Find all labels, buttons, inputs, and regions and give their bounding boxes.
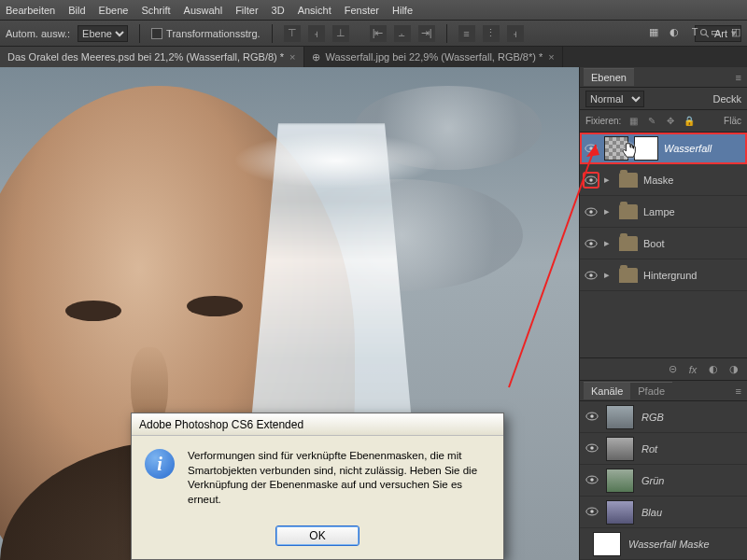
- align-right-icon[interactable]: ⇥|: [418, 25, 435, 42]
- document-tabs: Das Orakel des Meeres.psd bei 21,2% (Was…: [0, 47, 747, 67]
- folder-icon: [619, 204, 638, 219]
- document-tab-1[interactable]: Das Orakel des Meeres.psd bei 21,2% (Was…: [0, 47, 304, 67]
- folder-icon: [619, 173, 638, 188]
- svg-point-5: [589, 178, 593, 182]
- layer-boot[interactable]: ▸ Boot: [580, 228, 747, 259]
- fx-icon[interactable]: fx: [685, 362, 700, 377]
- svg-point-15: [590, 446, 594, 450]
- distribute2-icon[interactable]: ⋮: [483, 25, 500, 42]
- transform-controls-checkbox[interactable]: Transformationsstrg.: [151, 28, 260, 39]
- lock-all-icon[interactable]: 🔒: [683, 115, 696, 128]
- layer-list[interactable]: Wasserfall ▸ Maske ▸ Lampe ▸ Boot: [580, 133, 747, 357]
- menu-type[interactable]: Schrift: [141, 5, 170, 16]
- svg-point-11: [589, 273, 593, 277]
- paths-tab[interactable]: Pfade: [630, 382, 672, 399]
- lock-label: Fixieren:: [585, 116, 621, 126]
- info-icon: i: [145, 449, 175, 479]
- filter-smart-icon[interactable]: ◫: [728, 24, 743, 39]
- opacity-label: Deckk: [712, 93, 741, 105]
- filter-shape-icon[interactable]: ▭: [708, 24, 723, 39]
- align-bottom-icon[interactable]: ⊥: [332, 25, 349, 42]
- layer-maske[interactable]: ▸ Maske: [580, 164, 747, 196]
- layer-lampe[interactable]: ▸ Lampe: [580, 196, 747, 228]
- document-canvas[interactable]: Adobe Photoshop CS6 Extended i Verformun…: [0, 67, 579, 560]
- close-icon[interactable]: ×: [289, 51, 295, 63]
- menu-view[interactable]: Ansicht: [298, 5, 331, 16]
- visibility-icon[interactable]: [584, 268, 599, 283]
- menu-help[interactable]: Hilfe: [392, 5, 413, 16]
- panel-menu-icon[interactable]: ≡: [730, 72, 747, 83]
- channel-rgb[interactable]: RGB: [580, 401, 747, 433]
- channel-thumb: [606, 500, 634, 525]
- mask-icon[interactable]: ◐: [706, 362, 721, 377]
- layer-panel-buttons: ⊝ fx ◐ ◑: [580, 357, 747, 380]
- distribute3-icon[interactable]: ⫞: [507, 25, 524, 42]
- dialog-titlebar[interactable]: Adobe Photoshop CS6 Extended: [132, 413, 503, 436]
- lock-paint-icon[interactable]: ✎: [645, 115, 658, 128]
- channel-rot[interactable]: Rot: [580, 433, 747, 465]
- distribute-icon[interactable]: ≡: [458, 25, 475, 42]
- dialog-message: Verformungen sind für verknüpfte Ebenenm…: [188, 449, 490, 507]
- visibility-icon[interactable]: [585, 443, 599, 455]
- channel-blau[interactable]: Blau: [580, 497, 747, 528]
- menu-image[interactable]: Bild: [68, 5, 85, 16]
- visibility-icon[interactable]: [584, 141, 599, 156]
- lock-move-icon[interactable]: ✥: [664, 115, 677, 128]
- auto-select-dropdown[interactable]: Ebene: [78, 25, 128, 42]
- filter-type-icon[interactable]: T: [687, 24, 702, 39]
- channel-thumb: [606, 469, 634, 493]
- visibility-icon[interactable]: [585, 412, 599, 423]
- layer-hintergrund[interactable]: ▸ Hintergrund: [580, 259, 747, 291]
- svg-point-19: [590, 510, 594, 513]
- filter-adjust-icon[interactable]: ◐: [667, 24, 682, 39]
- menu-filter[interactable]: Filter: [235, 5, 258, 16]
- svg-point-3: [589, 147, 593, 150]
- lock-trans-icon[interactable]: ▦: [627, 115, 640, 128]
- document-tab-2[interactable]: ⊕ Wasserfall.jpg bei 22,9% (Wasserfall, …: [304, 47, 563, 67]
- visibility-icon[interactable]: [585, 507, 599, 518]
- visibility-icon[interactable]: [584, 204, 599, 219]
- channel-gruen[interactable]: Grün: [580, 465, 747, 497]
- menu-3d[interactable]: 3D: [272, 5, 285, 16]
- expand-icon[interactable]: ▸: [604, 237, 613, 249]
- align-hcenter-icon[interactable]: ⫠: [394, 25, 411, 42]
- channel-thumb: [606, 405, 634, 429]
- channel-thumb: [606, 437, 634, 461]
- blend-mode-dropdown[interactable]: Normal: [585, 91, 644, 107]
- expand-icon[interactable]: ▸: [604, 174, 613, 186]
- right-panels: Ebenen ≡ Normal Deckk Fixieren: ▦ ✎ ✥ 🔒 …: [579, 67, 747, 560]
- channel-wasserfall-maske[interactable]: Wasserfall Maske: [580, 528, 747, 560]
- adjust-icon[interactable]: ◑: [726, 362, 741, 377]
- align-left-icon[interactable]: |⇤: [370, 25, 387, 42]
- menu-layer[interactable]: Ebene: [99, 5, 129, 16]
- layers-tab[interactable]: Ebenen: [584, 68, 634, 86]
- expand-icon[interactable]: ▸: [604, 269, 613, 281]
- align-top-icon[interactable]: ⊤: [284, 25, 301, 42]
- filter-image-icon[interactable]: ▦: [646, 24, 661, 39]
- visibility-icon[interactable]: [585, 475, 599, 486]
- menu-window[interactable]: Fenster: [345, 5, 379, 16]
- svg-point-9: [589, 242, 593, 245]
- menu-edit[interactable]: Bearbeiten: [6, 5, 55, 16]
- expand-icon[interactable]: ▸: [604, 205, 613, 217]
- linked-icon: ⊕: [312, 51, 320, 63]
- align-vmid-icon[interactable]: ⫞: [308, 25, 325, 42]
- layer-wasserfall[interactable]: Wasserfall: [580, 133, 747, 164]
- menu-select[interactable]: Auswahl: [184, 5, 223, 16]
- fill-label: Fläc: [724, 116, 741, 126]
- layer-filter-icons: ▦ ◐ T ▭ ◫: [646, 24, 743, 39]
- svg-point-13: [590, 414, 594, 418]
- menu-bar: Bearbeiten Bild Ebene Schrift Auswahl Fi…: [0, 0, 747, 21]
- channels-tab[interactable]: Kanäle: [584, 382, 630, 399]
- cursor-icon: [621, 142, 638, 159]
- panel-menu-icon[interactable]: ≡: [730, 385, 747, 397]
- auto-select-label: Autom. ausw.:: [6, 28, 70, 39]
- link-icon[interactable]: ⊝: [665, 362, 680, 377]
- ok-button[interactable]: OK: [275, 525, 359, 546]
- svg-point-7: [589, 210, 593, 214]
- visibility-icon[interactable]: [584, 173, 599, 188]
- folder-icon: [619, 268, 638, 283]
- close-icon[interactable]: ×: [548, 51, 554, 63]
- options-bar: Autom. ausw.: Ebene Transformationsstrg.…: [0, 21, 747, 47]
- visibility-icon[interactable]: [584, 236, 599, 251]
